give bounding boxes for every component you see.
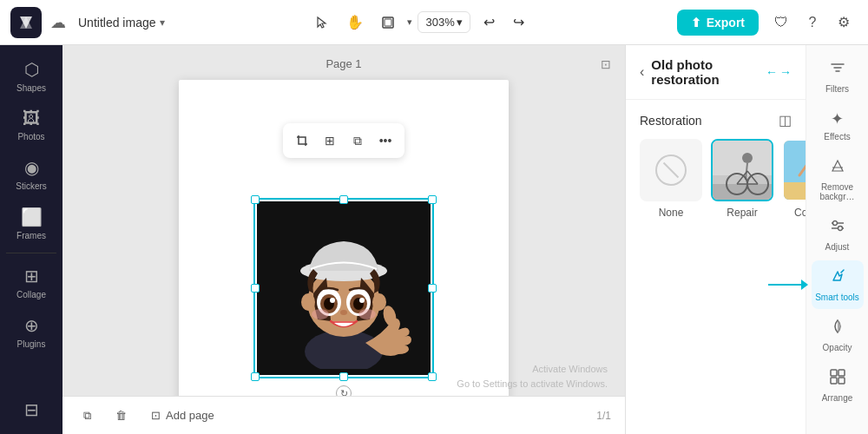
collage-icon: ⊞ bbox=[24, 266, 39, 286]
panel-content: ‹ Old photo restoration ← → Restoration … bbox=[626, 45, 806, 434]
section-title-row: Restoration ◫ bbox=[640, 112, 792, 128]
strip-item-filters[interactable]: Filters bbox=[812, 52, 864, 101]
chevron-down-icon: ▾ bbox=[160, 16, 165, 29]
sidebar-item-shapes[interactable]: ⬡ Shapes bbox=[5, 52, 57, 100]
sidebar-item-plugins[interactable]: ⊕ Plugins bbox=[5, 308, 57, 356]
svg-point-23 bbox=[742, 153, 753, 163]
sidebar-item-frames[interactable]: ⬜ Frames bbox=[5, 200, 57, 247]
opacity-icon bbox=[829, 318, 846, 339]
svg-point-14 bbox=[330, 298, 335, 303]
repair-preview-image bbox=[713, 141, 772, 200]
add-page-icon: ⊡ bbox=[151, 409, 161, 422]
select-tool-button[interactable] bbox=[308, 9, 336, 36]
svg-rect-44 bbox=[831, 370, 837, 376]
duplicate-page-button[interactable]: ⧉ bbox=[76, 405, 98, 426]
topbar: ☁ Untitled image ▾ ✋ ▾ 303% ▾ ↩ ↪ ⬆ bbox=[0, 0, 868, 45]
strip-item-effects[interactable]: ✦ Effects bbox=[812, 102, 864, 148]
strip-item-arrange[interactable]: Arrange bbox=[812, 361, 864, 410]
restore-option-repair[interactable]: Repair bbox=[711, 139, 773, 219]
restore-label-colorize: Colorize bbox=[794, 207, 806, 219]
canvas-toolbar: ⊞ ⧉ ••• bbox=[283, 123, 404, 158]
svg-line-43 bbox=[841, 270, 844, 273]
strip-item-adjust[interactable]: Adjust bbox=[812, 210, 864, 259]
more-options-button[interactable]: ••• bbox=[373, 128, 398, 153]
effects-icon: ✦ bbox=[831, 109, 844, 128]
add-page-button[interactable]: ⊡ Add page bbox=[144, 405, 221, 425]
svg-rect-1 bbox=[385, 19, 391, 26]
stickers-icon: ◉ bbox=[24, 157, 39, 178]
crop-tool-button[interactable] bbox=[290, 128, 314, 153]
frames-icon: ⬜ bbox=[21, 207, 43, 227]
svg-rect-45 bbox=[838, 370, 845, 376]
shield-icon-button[interactable]: 🛡 bbox=[767, 9, 795, 36]
restore-option-colorize[interactable]: Colorize bbox=[782, 139, 806, 219]
image-container[interactable]: ↻ bbox=[257, 201, 431, 375]
image-placeholder bbox=[257, 201, 431, 375]
right-panel: ‹ Old photo restoration ← → Restoration … bbox=[625, 45, 868, 434]
svg-rect-47 bbox=[838, 378, 845, 384]
svg-point-7 bbox=[372, 293, 386, 311]
zoom-control[interactable]: 303% ▾ bbox=[418, 11, 470, 33]
svg-point-6 bbox=[301, 293, 315, 311]
hand-tool-button[interactable]: ✋ bbox=[341, 9, 369, 36]
restore-option-none[interactable]: None bbox=[640, 139, 702, 219]
restoration-options: None bbox=[640, 139, 792, 219]
svg-rect-31 bbox=[784, 182, 806, 201]
section-info-icon[interactable]: ◫ bbox=[779, 112, 792, 128]
frame-tool-button[interactable] bbox=[374, 9, 402, 36]
help-icon-button[interactable]: ? bbox=[799, 9, 826, 36]
sidebar-item-collage[interactable]: ⊞ Collage bbox=[5, 259, 57, 306]
restore-thumb-colorize[interactable] bbox=[782, 139, 806, 201]
page-counter: 1/1 bbox=[596, 410, 611, 422]
delete-page-button[interactable]: 🗑 bbox=[108, 405, 134, 425]
arrange-icon bbox=[829, 368, 846, 390]
sidebar-item-stickers[interactable]: ◉ Stickers bbox=[5, 150, 57, 198]
duplicate-icon: ⧉ bbox=[83, 409, 91, 423]
plugins-icon: ⊕ bbox=[24, 315, 39, 336]
remove-bg-icon bbox=[829, 157, 846, 179]
svg-point-18 bbox=[358, 309, 376, 319]
arrow-right-icon: → bbox=[779, 65, 792, 79]
none-line bbox=[663, 162, 679, 178]
strip-item-opacity[interactable]: Opacity bbox=[812, 311, 864, 359]
undo-redo-group: ↩ ↪ bbox=[476, 9, 533, 36]
sidebar-item-media[interactable]: ⊟ bbox=[5, 392, 57, 427]
sidebar-divider bbox=[6, 253, 56, 253]
shapes-icon: ⬡ bbox=[24, 59, 39, 80]
topbar-right-icons: 🛡 ? ⚙ bbox=[767, 9, 858, 36]
zoom-chevron-icon: ▾ bbox=[457, 16, 463, 29]
document-title-group[interactable]: Untitled image ▾ bbox=[78, 16, 165, 30]
restore-label-none: None bbox=[659, 207, 684, 219]
settings-icon-button[interactable]: ⚙ bbox=[830, 9, 858, 36]
topbar-tools: ✋ ▾ 303% ▾ ↩ ↪ bbox=[308, 9, 532, 36]
right-icon-strip: Filters ✦ Effects Remove backgr… bbox=[806, 45, 868, 434]
canvas-area[interactable]: Page 1 ⊡ ⊞ ⧉ ••• bbox=[62, 45, 625, 434]
restore-thumb-repair[interactable] bbox=[711, 139, 773, 201]
restore-thumb-none[interactable] bbox=[640, 139, 702, 201]
sidebar-item-photos[interactable]: 🖼 Photos bbox=[5, 102, 57, 148]
duplicate-tool-button[interactable]: ⧉ bbox=[345, 128, 370, 153]
export-button[interactable]: ⬆ Export bbox=[677, 10, 759, 36]
svg-point-17 bbox=[312, 309, 329, 319]
document-title: Untitled image bbox=[78, 16, 156, 30]
redo-button[interactable]: ↪ bbox=[505, 9, 533, 36]
smart-tools-icon bbox=[829, 267, 846, 289]
page-expand-icon: ⊡ bbox=[601, 57, 611, 71]
main-layout: ⬡ Shapes 🖼 Photos ◉ Stickers ⬜ Frames ⊞ … bbox=[0, 45, 868, 434]
upload-icon: ⬆ bbox=[691, 16, 701, 30]
app-logo bbox=[10, 7, 42, 38]
grid-tool-button[interactable]: ⊞ bbox=[318, 128, 342, 153]
svg-point-41 bbox=[832, 221, 837, 226]
restoration-section: Restoration ◫ None bbox=[626, 100, 806, 231]
undo-button[interactable]: ↩ bbox=[476, 9, 503, 36]
svg-point-15 bbox=[359, 298, 365, 303]
svg-rect-46 bbox=[831, 378, 837, 384]
colorize-preview-image bbox=[784, 141, 806, 200]
strip-item-smart-tools[interactable]: Smart tools bbox=[812, 260, 864, 309]
panel-title: Old photo restoration bbox=[651, 57, 759, 87]
arrow-left-icon: ← bbox=[766, 65, 778, 79]
activate-watermark: Activate Windows Go to Settings to activ… bbox=[457, 362, 608, 391]
strip-item-remove-bg[interactable]: Remove backgr… bbox=[812, 150, 864, 208]
panel-back-button[interactable]: ‹ bbox=[640, 64, 644, 80]
panel-navigation-arrows: ← → bbox=[766, 65, 792, 79]
